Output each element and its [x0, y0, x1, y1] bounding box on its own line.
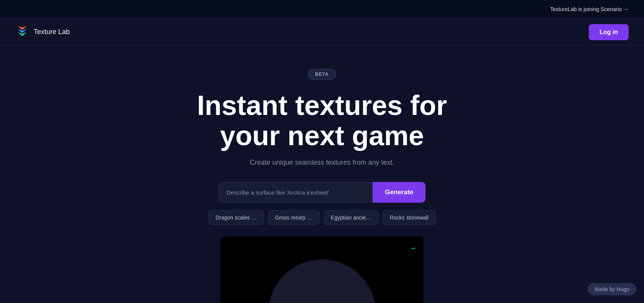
suggestion-chip-1[interactable]: Gross meaty … [268, 210, 320, 225]
made-by-badge: Made by Hugo [588, 283, 636, 295]
main-nav: Texture Lab Log in [0, 18, 644, 46]
logo-text: Texture Lab [34, 28, 70, 36]
suggestions-row: Dragon scales … Gross meaty … Egyptian a… [208, 210, 436, 225]
svg-marker-2 [18, 26, 27, 30]
suggestion-chip-0[interactable]: Dragon scales … [208, 210, 264, 225]
suggestion-chip-2[interactable]: Egyptian ancie… [324, 210, 379, 225]
preview-cursor-icon: ⌐ [411, 244, 416, 253]
texture-search-input[interactable] [219, 182, 373, 203]
hero-subtitle: Create unique seamless textures from any… [250, 159, 394, 167]
hero-section: BETA Instant textures for your next game… [0, 46, 644, 303]
hero-title: Instant textures for your next game [197, 90, 447, 151]
login-button[interactable]: Log in [589, 24, 629, 40]
search-row: Generate [219, 182, 426, 203]
announcement-text[interactable]: TextureLab is joining Scenario → [550, 6, 629, 12]
generate-button[interactable]: Generate [373, 182, 426, 203]
announcement-bar: TextureLab is joining Scenario → [0, 0, 644, 18]
beta-badge: BETA [308, 69, 336, 80]
logo-icon [15, 25, 29, 39]
suggestion-chip-3[interactable]: Rocks stonewall [383, 210, 436, 225]
preview-semicircle [268, 259, 376, 303]
logo-area: Texture Lab [15, 25, 70, 39]
texture-preview: ⌐ [220, 236, 424, 303]
